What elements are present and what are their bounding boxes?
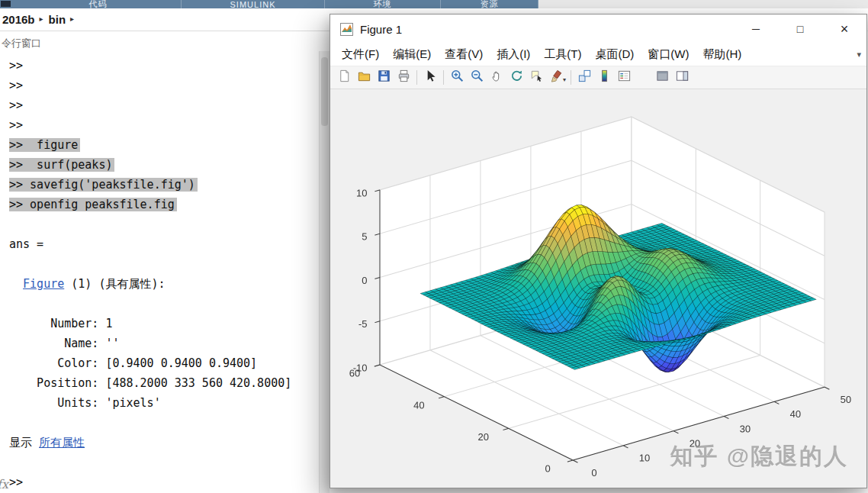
insert-legend-icon	[617, 69, 632, 86]
print-figure-button[interactable]	[394, 68, 413, 88]
rotate-3d-icon	[510, 69, 524, 86]
pan-icon	[490, 69, 504, 86]
figure-titlebar[interactable]: Figure 1 ─ □ ×	[330, 14, 866, 44]
link-plot-button[interactable]	[574, 68, 594, 88]
breadcrumb-arrow-icon: ▸	[37, 14, 47, 24]
zoom-in-button[interactable]	[447, 68, 467, 88]
toolbar-separator	[571, 70, 571, 85]
save-figure-button[interactable]	[374, 68, 394, 88]
edit-plot-icon	[423, 69, 438, 86]
command-window-input[interactable]: >>>>>>>>>> figure>> surf(peaks)>> savefi…	[0, 51, 320, 493]
print-figure-icon	[397, 69, 411, 86]
show-plot-tools-icon	[675, 69, 690, 86]
open-file-button[interactable]	[354, 68, 374, 88]
minimize-button[interactable]: ─	[734, 14, 778, 44]
command-line	[9, 214, 320, 234]
pan-button[interactable]	[487, 68, 506, 88]
command-line: >>	[9, 56, 320, 76]
save-figure-icon	[377, 69, 391, 86]
brush-icon	[549, 69, 564, 86]
menu-window[interactable]: 窗口(W)	[641, 45, 696, 64]
ribbon-section-resources: 资源	[441, 0, 538, 8]
menu-file[interactable]: 文件(F)	[335, 45, 386, 64]
show-plot-tools-button[interactable]	[672, 68, 692, 88]
data-cursor-button[interactable]	[526, 68, 546, 88]
command-window-title: 令行窗口	[0, 31, 330, 51]
command-line: ans =	[9, 234, 320, 254]
command-line	[9, 413, 320, 433]
menu-edit[interactable]: 编辑(E)	[386, 45, 438, 64]
insert-colorbar-icon	[597, 69, 612, 86]
hide-plot-tools-icon	[655, 69, 670, 86]
maximize-button[interactable]: □	[778, 14, 822, 44]
surface-plot-canvas[interactable]	[330, 89, 866, 488]
command-line: >> surf(peaks)	[9, 155, 320, 175]
fx-function-hint: fx	[0, 477, 8, 491]
command-line: >> figure	[9, 135, 320, 155]
command-line: Number: 1	[9, 314, 320, 334]
selected-command-text: >> surf(peaks)	[9, 158, 114, 172]
all-properties-link[interactable]: 所有属性	[39, 436, 85, 450]
menubar-overflow-icon[interactable]: ▾	[857, 50, 866, 60]
menu-help[interactable]: 帮助(H)	[696, 45, 748, 64]
window-controls: ─ □ ×	[734, 14, 866, 44]
figure-toolbar: ▾	[330, 66, 866, 89]
selected-command-text: >> savefig('peaksfile.fig')	[9, 178, 198, 192]
command-line: >>	[9, 95, 320, 115]
command-line: Position: [488.2000 333 560 420.8000]	[9, 373, 320, 393]
breadcrumb-item-bin[interactable]: bin	[47, 13, 68, 26]
ribbon-filler	[538, 0, 868, 8]
figure-plot-area: 知乎 @隐退的人	[330, 89, 866, 488]
command-line: Name: ''	[9, 334, 320, 353]
command-line: Units: 'pixels'	[9, 393, 320, 413]
command-line	[9, 453, 320, 472]
toolstrip-section-bar: 代码SIMULINK环境资源	[0, 0, 868, 8]
brush-dropdown-caret[interactable]: ▾	[563, 76, 566, 83]
insert-colorbar-button[interactable]	[594, 68, 614, 88]
menu-desktop[interactable]: 桌面(D)	[588, 45, 641, 64]
command-line: Figure (1) (具有属性):	[9, 274, 320, 294]
breadcrumb-item-2016b[interactable]: 2016b	[0, 13, 37, 26]
toolbar-separator	[443, 70, 444, 85]
command-line	[9, 254, 320, 274]
zoom-out-icon	[470, 69, 484, 86]
open-file-icon	[357, 69, 371, 86]
ribbon-section-simulink: SIMULINK	[182, 0, 325, 8]
figure-menubar: 文件(F)编辑(E)查看(V)插入(I)工具(T)桌面(D)窗口(W)帮助(H)…	[330, 44, 866, 66]
command-window-scrollbar[interactable]	[319, 51, 330, 493]
scrollbar-thumb[interactable]	[321, 57, 328, 126]
zoom-in-icon	[450, 69, 465, 86]
menu-view[interactable]: 查看(V)	[438, 45, 490, 64]
command-line: >>	[9, 76, 320, 95]
command-line	[9, 294, 320, 314]
menu-tools[interactable]: 工具(T)	[537, 45, 588, 64]
window-title: Figure 1	[360, 23, 402, 36]
figure-app-icon	[340, 23, 353, 36]
figure-window: Figure 1 ─ □ × 文件(F)编辑(E)查看(V)插入(I)工具(T)…	[330, 14, 867, 488]
breadcrumb-arrow-icon: ▸	[67, 14, 77, 24]
command-line: >>	[9, 115, 320, 135]
data-cursor-icon	[529, 69, 544, 86]
insert-legend-button[interactable]	[614, 68, 634, 88]
hide-plot-tools-button[interactable]	[652, 68, 672, 88]
edit-plot-button[interactable]	[420, 68, 440, 88]
link-plot-icon	[577, 69, 592, 86]
new-figure-icon	[337, 69, 352, 86]
close-button[interactable]: ×	[822, 14, 866, 44]
selected-command-text: >> openfig peaksfile.fig	[9, 198, 177, 211]
ribbon-section-environment: 环境	[325, 0, 441, 8]
figure-properties-link[interactable]: Figure	[23, 277, 64, 291]
toolbar-separator	[416, 70, 417, 85]
menu-insert[interactable]: 插入(I)	[490, 45, 537, 64]
selected-command-text: >> figure	[9, 138, 80, 152]
ribbon-section-code: 代码	[15, 0, 182, 8]
app-logo-icon	[1, 1, 11, 7]
command-line: >> openfig peaksfile.fig	[9, 195, 320, 214]
zoom-out-button[interactable]	[467, 68, 487, 88]
command-line: >>	[9, 472, 320, 492]
command-line: 显示 所有属性	[9, 433, 320, 453]
new-figure-button[interactable]	[334, 68, 354, 88]
rotate-3d-button[interactable]	[506, 68, 526, 88]
command-line: >> savefig('peaksfile.fig')	[9, 175, 320, 195]
command-line: Color: [0.9400 0.9400 0.9400]	[9, 353, 320, 373]
